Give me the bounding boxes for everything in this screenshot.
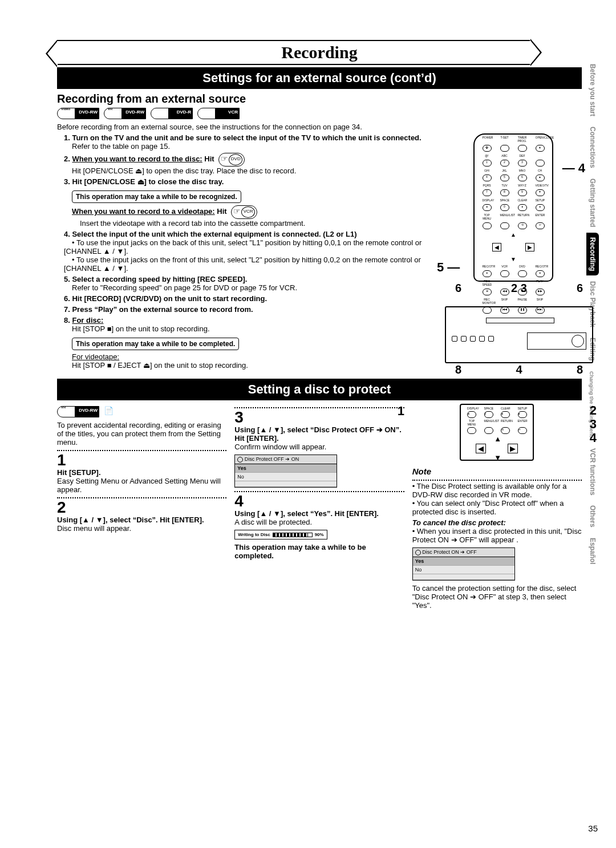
remote-callout-5: 5 —	[437, 260, 460, 275]
step2-tail: Hit	[202, 155, 217, 163]
step2-open: Hit [OPEN/CLOSE ⏏] to open the disc tray…	[64, 167, 296, 175]
remote-sm-illustration: DISPLAYSPACECLEARSETUP ●0●● TOP MENUMENU…	[460, 404, 534, 461]
illustration-column: POWERT-SETTIMER PROG.OPEN/CLOSE ⏻▲ @!ABC…	[445, 133, 582, 376]
note-wait-recognized: This operation may take a while to be re…	[72, 190, 241, 203]
side-tab-others: Others	[586, 501, 599, 532]
section-bar-protect: Setting a disc to protect	[57, 379, 582, 400]
dvd-select-icon	[218, 153, 245, 167]
note-line2: • You can select only "Disc Protect off"…	[412, 499, 582, 516]
step8-videotape-heading: For videotape:	[72, 352, 119, 361]
step4-title: 4. Select the input of the unit which th…	[64, 230, 357, 238]
protect-step-1-num: 1	[57, 452, 226, 468]
step1-title: 1. Turn on the TV and the unit and be su…	[64, 133, 422, 142]
note-wait-completed: This operation may take a while to be co…	[72, 338, 239, 350]
note-line1: • The Disc Protect setting is available …	[412, 482, 582, 499]
side-tab-espanol: Español	[586, 533, 599, 569]
protect-callout-1: 1	[398, 404, 404, 419]
protect-step-3-body: Confirm window will appear.	[234, 443, 404, 451]
unit-top-callouts: 62 36	[445, 282, 593, 295]
note-heading: Note	[412, 466, 582, 476]
remote-callout-4: — 4	[562, 161, 585, 176]
note-cancel-head: To cancel the disc protect:	[412, 518, 582, 527]
format-badge-dvd-rw-vr: VRDVD-RW	[104, 108, 146, 119]
side-tab-before: Before you start	[586, 59, 599, 121]
format-badge-dvd-rw-video: VideoDVD-RW	[57, 108, 99, 119]
protect-end-note: This operation may take a while to be co…	[234, 543, 404, 560]
subhead-recording-external: Recording from an external source	[57, 92, 582, 106]
protect-step-2-num: 2	[57, 500, 226, 516]
step3-title: 3. Hit [OPEN/CLOSE ⏏] to close the disc …	[64, 177, 224, 186]
osd-confirm-off-on: Disc Protect OFF ➔ ON Yes No	[234, 455, 337, 488]
protect-col1: VRDVD-RW📄 To prevent accidental recordin…	[57, 404, 226, 610]
format-badge-dvd-r: DVD-R	[151, 108, 193, 119]
step8-disc-heading: For disc:	[72, 316, 103, 324]
format-badge-vcr: VCR	[197, 108, 240, 119]
disc-icon	[237, 457, 243, 462]
protect-step-1-body: Easy Setting Menu or Advanced Setting Me…	[57, 477, 226, 494]
step2-num: 2.	[64, 155, 72, 163]
page-number: 35	[588, 823, 598, 833]
protect-col2: 3 Using [▲ / ▼], select “Disc Protect OF…	[234, 404, 404, 610]
step5b: Refer to "Recording speed" on page 25 fo…	[64, 283, 297, 292]
step1-sub: Refer to the table on page 15.	[64, 142, 170, 151]
side-tab-vcr: VCR functions	[586, 444, 599, 500]
remote-illustration: POWERT-SETTIMER PROG.OPEN/CLOSE ⏻▲ @!ABC…	[473, 133, 553, 282]
vcr-select-icon	[231, 205, 257, 219]
page-title-banner: Recording	[57, 40, 582, 65]
format-badge-row: VideoDVD-RW VRDVD-RW DVD-R VCR	[57, 108, 582, 119]
protect-step-4-head: Using [▲ / ▼], select “Yes”. Hit [ENTER]…	[234, 509, 404, 518]
step-vcr-tail: Hit	[215, 207, 229, 216]
step5-title: 5. Select a recording speed by hitting […	[64, 275, 247, 283]
step8-stop: Hit [STOP ■] on the unit to stop recordi…	[64, 324, 210, 333]
step8-num: 8.	[64, 316, 72, 324]
step-videotape-heading: When you want to record to a videotape:	[72, 207, 215, 216]
protect-step-3-num: 3	[234, 409, 404, 425]
protect-right-callouts: 2 3 4	[590, 404, 597, 445]
step4b: • To use the input jacks on the back of …	[64, 238, 422, 255]
side-tab-recording: Recording	[586, 233, 599, 275]
note-line4: To cancel the protection setting for the…	[412, 584, 582, 610]
unit-front-panel-illustration	[445, 306, 593, 363]
protect-step-3-head: Using [▲ / ▼], select “Disc Protect OFF …	[234, 425, 404, 443]
step6-title: 6. Hit [RECORD] (VCR/DVD) on the unit to…	[64, 294, 267, 303]
side-tab-getting: Getting started	[586, 174, 599, 232]
writing-progress: Writing to Disc90%	[234, 530, 327, 539]
step4c: • To use the input jacks on the front of…	[64, 255, 421, 273]
side-tab-connections: Connections	[586, 122, 599, 173]
format-badge-vr-2: VRDVD-RW	[57, 406, 99, 417]
page-title: Recording	[57, 40, 582, 65]
osd-confirm-on-off: Disc Protect ON ➔ OFF Yes No	[412, 547, 515, 581]
section-bar-settings: Settings for an external source (cont’d)	[57, 67, 582, 89]
step2-disc-heading: When you want to record to the disc:	[72, 155, 202, 163]
note-line3: • When you insert a disc protected in th…	[412, 527, 582, 544]
steps-column: 1. Turn on the TV and the unit and be su…	[57, 133, 436, 376]
protect-step-4-body: A disc will be protected.	[234, 518, 404, 526]
disc-icon-2	[415, 550, 421, 555]
section1-intro: Before recording from an external source…	[57, 123, 582, 131]
protect-step-1-head: Hit [SETUP].	[57, 468, 226, 477]
step8-eject: Hit [STOP ■ / EJECT ⏏] on the unit to st…	[72, 361, 248, 370]
protect-step-2-head: Using [▲ / ▼], select “Disc”. Hit [ENTER…	[57, 516, 226, 524]
step7-title: 7. Press “Play” on the external source t…	[64, 305, 253, 314]
protect-step-4-num: 4	[234, 493, 404, 509]
unit-bottom-callouts: 848	[445, 363, 593, 376]
protect-step-2-body: Disc menu will appear.	[57, 524, 226, 533]
protect-col3: 1 DISPLAYSPACECLEARSETUP ●0●● TOP MENUME…	[412, 404, 582, 610]
protect-intro: To prevent accidental recording, editing…	[57, 421, 226, 447]
step-vcr-insert: Insert the videotape with a record tab i…	[72, 219, 305, 228]
